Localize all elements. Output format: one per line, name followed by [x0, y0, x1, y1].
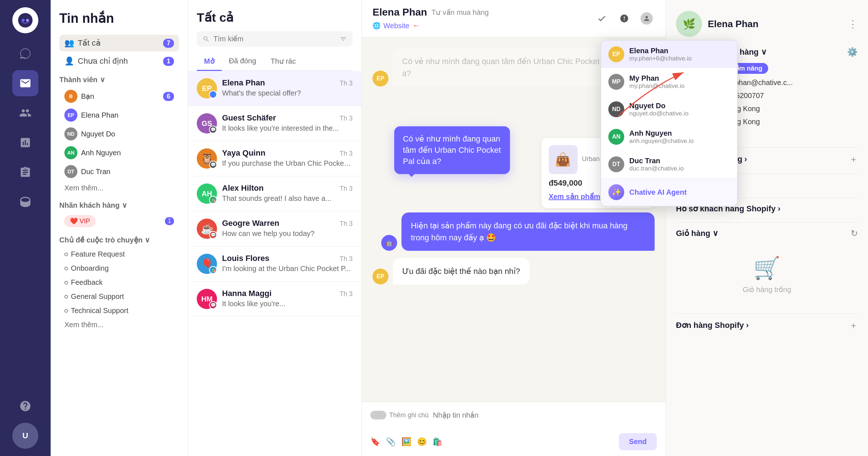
conv-avatar-wrap-hanna: HM 💬	[197, 289, 217, 309]
tab-spam[interactable]: Thư rác	[263, 52, 303, 71]
chat-input-bar: Thêm ghi chú	[370, 408, 657, 430]
member-elena[interactable]: EP Elena Phan	[59, 106, 179, 124]
member-me-count: 6	[163, 92, 174, 101]
member-me[interactable]: B Bạn 6	[59, 87, 179, 106]
topic-feedback[interactable]: Feedback	[59, 275, 179, 290]
member-anh[interactable]: AN Anh Nguyen	[59, 143, 179, 162]
assign-item-anh[interactable]: AN Anh Nguyen anh.nguyen@chative.io	[601, 123, 737, 151]
nav-assignments[interactable]	[12, 159, 38, 185]
user-avatar-3: EP	[373, 269, 388, 284]
assign-item-elena[interactable]: EP Elena Phan my.phan+6@chative.io	[601, 41, 737, 68]
nav-contacts[interactable]	[12, 100, 38, 126]
members-label: Thành viên	[59, 76, 98, 84]
alert-button[interactable]	[616, 10, 632, 26]
chevron-right-icon-shopify: ›	[778, 204, 780, 214]
conv-item-geogre[interactable]: ☕ 💬 Geogre Warren Th 3 How can we help y…	[188, 211, 361, 246]
cart-section-header[interactable]: Giỏ hàng ∨ ↻	[676, 228, 858, 238]
more-options-button[interactable]: ⋮	[848, 18, 858, 30]
orders-section-header[interactable]: Đơn hàng Shopify › ＋	[676, 320, 858, 331]
note-toggle[interactable]: Thêm ghi chú	[370, 411, 429, 419]
see-more-topics[interactable]: Xem thêm...	[59, 318, 179, 332]
chevron-down-icon: ∨	[100, 75, 105, 84]
topic-feature-request[interactable]: Feature Request	[59, 247, 179, 261]
member-duc-avatar: DT	[64, 165, 77, 178]
search-bar[interactable]	[197, 31, 353, 47]
assign-item-my[interactable]: MP My Phan my.phan@chative.io	[601, 68, 737, 96]
labels-section[interactable]: Nhãn khách hàng ∨	[59, 201, 179, 210]
topic-onboarding[interactable]: Onboarding	[59, 261, 179, 275]
sidebar-item-all[interactable]: 👥 Tất cả 7	[59, 35, 179, 51]
member-duc[interactable]: DT Duc Tran	[59, 162, 179, 181]
attach-icon[interactable]: 📎	[386, 437, 396, 447]
add-label-button[interactable]: ＋	[849, 153, 858, 165]
tab-closed[interactable]: Đã đóng	[222, 52, 264, 71]
emoji-icon[interactable]: 😊	[417, 437, 427, 447]
conv-item-alex[interactable]: AH 🛍️ Alex Hilton Th 3 That sounds great…	[188, 176, 361, 211]
topic-general-support[interactable]: General Support	[59, 290, 179, 304]
msg-bubble-3: Ưu đãi đặc biệt thế nào bạn nhỉ?	[393, 258, 529, 284]
tooltip-bubble: Có vẻ như mình đang quan tâm đến Urban C…	[394, 126, 510, 174]
conv-item-louis[interactable]: 🎈 🛍️ Louis Flores Th 3 I'm looking at th…	[188, 246, 361, 282]
topics-section[interactable]: Chủ đề cuộc trò chuyện ∨	[59, 236, 179, 244]
nav-inbox[interactable]	[12, 70, 38, 96]
conv-platform-louis: 🛍️	[209, 266, 217, 274]
cart-empty-text: Giỏ hàng trống	[743, 285, 791, 294]
conv-name-hanna: Hanna Maggi	[222, 289, 272, 298]
assign-item-ai[interactable]: ✨ Chative AI Agent	[601, 178, 737, 206]
member-me-avatar: B	[64, 90, 77, 103]
conv-avatar-wrap-geogre: ☕ 💬	[197, 219, 217, 239]
conv-item-elena[interactable]: EP 🌐 Elena Phan Th 3 What's the special …	[188, 71, 361, 106]
chat-header: Elena Phan Tư vấn mua hàng 🌐 Website ←	[362, 0, 665, 37]
user-button[interactable]	[639, 10, 655, 26]
assign-email-duc: duc.tran@chative.io	[629, 165, 684, 172]
topic-technical-support[interactable]: Technical Support	[59, 304, 179, 318]
see-more-members[interactable]: Xem thêm...	[59, 181, 179, 195]
label-vip-row[interactable]: ❤️ VIP 1	[59, 212, 179, 230]
website-icon: 🌐	[373, 22, 380, 30]
chevron-right-icon-orders: ›	[746, 321, 749, 330]
assign-item-nguyet[interactable]: ND Nguyet Do nguyet.do@chative.io	[601, 96, 737, 123]
nav-reports[interactable]	[12, 130, 38, 156]
conv-content-elena: Elena Phan Th 3 What's the special offer…	[222, 78, 353, 97]
bookmark-icon[interactable]: 🔖	[370, 437, 380, 447]
nav-chat[interactable]	[12, 41, 38, 67]
conv-content-yaya: Yaya Quinn Th 3 If you purchase the Urba…	[222, 148, 353, 168]
sidebar-item-unassigned[interactable]: 👤 Chưa chỉ định 1	[59, 53, 179, 69]
msg-row-agent: Hiện tại sản phẩm này đang có ưu đãi đặc…	[381, 212, 655, 251]
conv-panel-header: Tất cả Mở Đã đóng Thư rác	[188, 0, 361, 71]
nav-help[interactable]	[12, 393, 38, 419]
image-icon[interactable]: 🖼️	[401, 437, 411, 447]
app-logo	[12, 7, 38, 33]
send-button[interactable]: Send	[619, 433, 657, 450]
refresh-cart-button[interactable]: ↻	[851, 228, 858, 238]
assign-email-my: my.phan@chative.io	[629, 83, 685, 90]
assign-info-nguyet: Nguyet Do nguyet.do@chative.io	[629, 102, 689, 117]
conv-item-guest[interactable]: GS 💬 Guest Schäfer Th 3 It looks like yo…	[188, 106, 361, 141]
user-avatar-1: EP	[373, 71, 388, 86]
conv-content-geogre: Geogre Warren Th 3 How can we help you t…	[222, 219, 353, 238]
conv-platform-geogre: 💬	[209, 231, 217, 239]
settings-icon[interactable]: ⚙️	[847, 47, 858, 57]
user-avatar[interactable]: U	[12, 423, 38, 449]
chat-input[interactable]	[433, 408, 657, 422]
topic-dot-feedback	[64, 281, 68, 284]
conv-name-geogre: Geogre Warren	[222, 219, 279, 228]
sidebar-all-count: 7	[163, 39, 174, 48]
search-input[interactable]	[213, 35, 336, 43]
assign-avatar-duc: DT	[608, 156, 624, 172]
conv-item-yaya[interactable]: 🦉 💬 Yaya Quinn Th 3 If you purchase the …	[188, 141, 361, 176]
members-section[interactable]: Thành viên ∨	[59, 75, 179, 84]
check-button[interactable]	[594, 10, 610, 26]
orders-title: Đơn hàng Shopify ›	[676, 321, 749, 330]
member-nguyet-avatar: ND	[64, 127, 77, 140]
toggle-switch[interactable]	[370, 411, 386, 419]
nav-database[interactable]	[12, 189, 38, 215]
conv-preview-guest: It looks like you're interested in the..…	[222, 124, 353, 132]
conv-item-hanna[interactable]: HM 💬 Hanna Maggi Th 3 It looks like you'…	[188, 282, 361, 317]
tab-open[interactable]: Mở	[197, 52, 222, 71]
conv-tabs: Mở Đã đóng Thư rác	[197, 52, 353, 71]
add-order-button[interactable]: ＋	[849, 320, 858, 331]
member-nguyet[interactable]: ND Nguyet Do	[59, 124, 179, 143]
shopify-icon[interactable]: 🛍️	[433, 437, 442, 447]
assign-item-duc[interactable]: DT Duc Tran duc.tran@chative.io	[601, 151, 737, 178]
